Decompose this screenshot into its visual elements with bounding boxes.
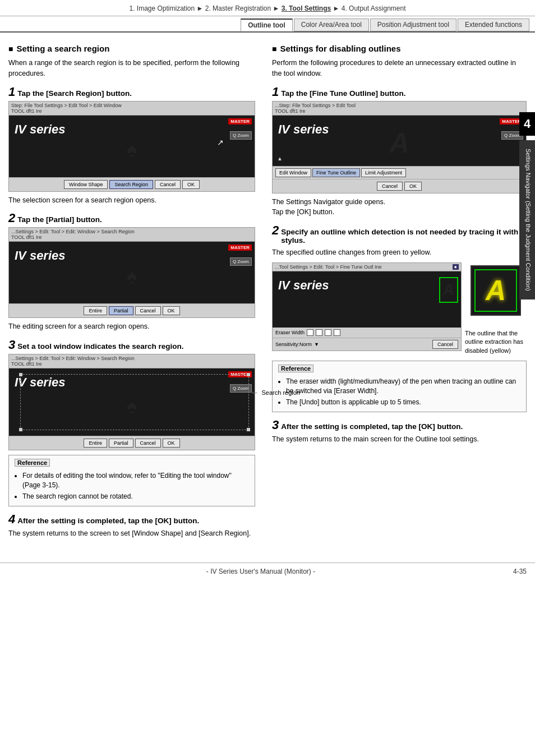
- eraser-box1: [307, 329, 313, 336]
- footer: - IV Series User's Manual (Monitor) - 4-…: [0, 563, 535, 580]
- ss-right1-body: MASTER IV series Q Zoom A ▲: [273, 116, 526, 166]
- breadcrumb-step1: 1. Image Optimization: [130, 4, 195, 12]
- sensitivity-label: Sensitivity:Norm: [275, 342, 312, 347]
- left-section-heading: Setting a search region: [8, 44, 255, 53]
- ok-btn-ss2[interactable]: OK: [163, 306, 180, 315]
- left-section-desc: When a range of the search region is to …: [8, 58, 255, 79]
- right-step3-desc: The system returns to the main screen fo…: [272, 434, 527, 445]
- right-section-desc: Perform the following procedures to dele…: [272, 58, 527, 79]
- search-region-btn[interactable]: Search Region: [109, 180, 153, 189]
- right-section-heading: Settings for disabling outlines: [272, 44, 527, 53]
- cancel-btn-right1[interactable]: Cancel: [377, 182, 403, 191]
- partial-btn[interactable]: Partial: [109, 306, 133, 315]
- spade-icon-ss3: ♠: [126, 394, 137, 418]
- step2-desc: The editing screen for a search region o…: [8, 321, 255, 332]
- reference-label-left: Reference: [15, 459, 50, 467]
- reference-item-1: For details of editing the tool window, …: [22, 471, 249, 490]
- zoom-button-ss1: Q Zoom: [230, 131, 252, 140]
- step1-num: 1: [8, 86, 15, 98]
- tab-bar: Outline tool Color Area/Area tool Positi…: [0, 16, 535, 33]
- sensitivity-row: Sensitivity:Norm ▼ Cancel: [273, 338, 461, 351]
- ss1-body: MASTER IV series Q Zoom ♠ ↗: [9, 116, 255, 177]
- step2-title: Tap the [Partial] button.: [17, 215, 102, 224]
- ss3-body: MASTER IV series Q Zoom ♠: [9, 368, 255, 436]
- right-step1-desc: The Settings Navigator guide opens.Tap t…: [272, 197, 527, 218]
- screenshot-right-step1: ...Step: File Tool Settings > Edit Tool …: [272, 101, 527, 193]
- region-corner-bl: [19, 428, 22, 431]
- master-badge: MASTER: [228, 118, 252, 125]
- ss1-titlebar: Step: File Tool Settings > Edit Tool > E…: [9, 102, 255, 116]
- tab-position-adjustment[interactable]: Position Adjustment tool: [370, 19, 456, 31]
- left-step-2: 2 Tap the [Partial] button. ...Settings …: [8, 212, 255, 332]
- edit-window-btn[interactable]: Edit Window: [275, 168, 311, 177]
- ss-right1-titlebar: ...Step: File Tool Settings > Edit Tool …: [273, 102, 526, 116]
- reference-list-left: For details of editing the tool window, …: [15, 471, 249, 501]
- annotation-text: The outline that the outline extraction …: [465, 318, 527, 355]
- ss-right2-body: IV series A: [273, 271, 461, 328]
- partial-btn-ss3[interactable]: Partial: [109, 439, 133, 448]
- cancel-btn-ss3[interactable]: Cancel: [135, 439, 161, 448]
- ss1-buttons: Window Shape Search Region Cancel OK: [9, 177, 255, 191]
- screenshot-step1: Step: File Tool Settings > Edit Tool > E…: [8, 101, 255, 192]
- window-shape-btn[interactable]: Window Shape: [64, 180, 108, 189]
- master-badge-ss2: MASTER: [228, 245, 252, 251]
- cancel-btn-right2[interactable]: Cancel: [432, 340, 458, 349]
- entire-btn[interactable]: Entire: [84, 306, 107, 315]
- step1-desc: The selection screen for a search region…: [8, 195, 255, 206]
- right-step2-num: 2: [272, 224, 279, 237]
- iv-series-logo-right1: IV series: [278, 122, 329, 137]
- iv-series-logo-ss2: IV series: [15, 248, 66, 263]
- step4-desc: The system returns to the screen to set …: [8, 528, 255, 539]
- right-step3-title: After the setting is completed, tap the …: [281, 422, 463, 431]
- ss-right2-titlebar: ...Tool Settings > Edit: Tool > Fine Tun…: [273, 263, 461, 271]
- right-step3-num: 3: [272, 419, 279, 431]
- ss2-buttons: Entire Partial Cancel OK: [9, 303, 255, 317]
- cancel-btn-ss2[interactable]: Cancel: [135, 306, 161, 315]
- letter-a-right1: A: [389, 127, 409, 159]
- fine-tune-btn[interactable]: Fine Tune Outline: [312, 168, 360, 177]
- screenshot-step2: ...Settings > Edit: Tool > Edit: Window …: [8, 227, 255, 318]
- ss3-buttons: Entire Partial Cancel OK: [9, 436, 255, 450]
- tab-extended-functions[interactable]: Extended functions: [458, 19, 529, 31]
- tab-color-area[interactable]: Color Area/Area tool: [294, 19, 369, 31]
- ss3-titlebar: ...Settings > Edit: Tool > Edit: Window …: [9, 354, 255, 368]
- reference-item-2: The search region cannot be rotated.: [22, 492, 249, 501]
- zoom-button-ss3: Q Zoom: [230, 384, 252, 393]
- breadcrumb-step4: 4. Output Assignment: [342, 4, 406, 12]
- zoom-button-ss2: Q Zoom: [230, 257, 252, 266]
- iv-series-logo-right2: IV series: [278, 278, 329, 293]
- side-tab: Settings Navigator (Setting the Judgment…: [519, 140, 535, 299]
- cancel-btn-ss1[interactable]: Cancel: [155, 180, 181, 189]
- iv-series-logo-ss3: IV series: [15, 375, 66, 390]
- reference-list-right: The eraser width (light/medium/heavy) of…: [278, 377, 520, 407]
- ok-btn-right1[interactable]: OK: [404, 182, 422, 191]
- screenshot-step3: ...Settings > Edit: Tool > Edit: Window …: [8, 354, 255, 450]
- reference-box-right: Reference The eraser width (light/medium…: [272, 361, 527, 412]
- limit-adj-btn[interactable]: Limit Adjustment: [361, 168, 406, 177]
- breadcrumb-sep3: ►: [333, 4, 342, 12]
- entire-btn-ss3[interactable]: Entire: [84, 439, 107, 448]
- ok-btn-ss3[interactable]: OK: [163, 439, 180, 448]
- right-column: Settings for disabling outlines Perform …: [272, 44, 527, 546]
- eraser-box4: [334, 329, 340, 336]
- breadcrumb-step2: 2. Master Registration: [205, 4, 271, 12]
- iv-series-logo: IV series: [15, 122, 66, 137]
- right-step2-title: Specify an outline which detection is no…: [281, 228, 527, 245]
- footer-right: 4-35: [513, 568, 527, 575]
- screenshot-right-step2: ...Tool Settings > Edit: Tool > Fine Tun…: [272, 262, 462, 351]
- ss-right1-buttons: Cancel OK: [273, 179, 526, 193]
- tab-outline-tool[interactable]: Outline tool: [241, 19, 293, 31]
- main-content: Setting a search region When a range of …: [0, 33, 535, 551]
- right-step-2: 2 Specify an outline which detection is …: [272, 224, 527, 412]
- green-border: [474, 269, 517, 312]
- ok-btn-ss1[interactable]: OK: [182, 180, 200, 189]
- ss2-body: MASTER IV series Q Zoom ♠: [9, 242, 255, 303]
- annotated-wrap: ...Tool Settings > Edit: Tool > Fine Tun…: [272, 262, 527, 355]
- left-step-1: 1 Tap the [Search Region] button. Step: …: [8, 86, 255, 206]
- step1-title: Tap the [Search Region] button.: [17, 89, 132, 98]
- eraser-label: Eraser Width: [275, 330, 305, 335]
- region-corner-br: [247, 428, 250, 431]
- eraser-box3: [325, 329, 331, 336]
- master-badge-ss3: MASTER: [228, 371, 252, 377]
- step2-num: 2: [8, 212, 15, 224]
